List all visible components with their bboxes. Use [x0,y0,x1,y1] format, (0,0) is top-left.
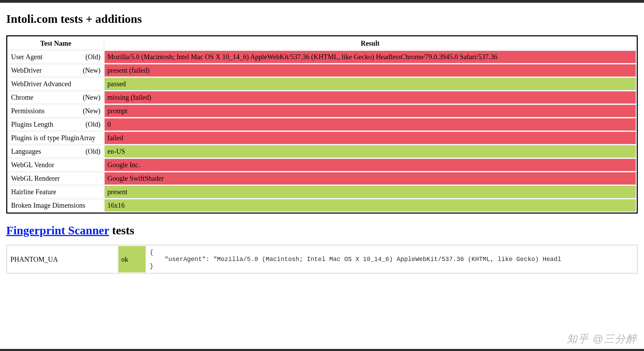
test-name: WebDriver Advanced [11,80,71,88]
fingerprint-tests-table: PHANTOM_UAok{ "userAgent": "Mozilla/5.0 … [6,245,638,274]
table-row: User Agent(Old)Mozilla/5.0 (Macintosh; I… [8,51,636,63]
test-name-cell: WebGL Renderer [8,172,104,185]
test-name: User Agent [11,53,43,61]
fp-data-cell: { "userAgent": "Mozilla/5.0 (Macintosh; … [147,246,637,273]
col-header-name: Test Name [8,37,104,50]
page-title: Intoli.com tests + additions [6,12,638,26]
test-tag: (Old) [86,147,100,155]
page: Intoli.com tests + additions Test Name R… [0,3,644,349]
test-result-cell: present (failed) [104,64,636,77]
test-name: Chrome [11,93,33,101]
table-row: Languages(Old)en-US [8,145,636,158]
fp-test-name: PHANTOM_UA [7,246,117,273]
intoli-tests-table: Test Name Result User Agent(Old)Mozilla/… [6,35,638,214]
table-row: Permissions(New)prompt [8,105,636,117]
test-name: Broken Image Dimensions [11,201,85,209]
table-row: Plugins is of type PluginArrayfailed [8,132,636,144]
test-result-cell: 0 [104,118,636,131]
test-result-cell: passed [104,78,636,90]
test-name-cell: Languages(Old) [8,145,104,158]
table-row: Chrome(New)missing (failed) [8,91,636,104]
test-name: WebGL Vendor [11,161,54,169]
test-result-cell: Google Inc. [104,159,636,171]
test-name: Permissions [11,107,45,115]
fp-status-cell: ok [118,246,146,273]
table-row: Broken Image Dimensions16x16 [8,199,636,212]
test-tag: (New) [83,107,100,115]
table-row: PHANTOM_UAok{ "userAgent": "Mozilla/5.0 … [7,246,637,273]
table-row: WebDriver(New)present (failed) [8,64,636,77]
test-result-cell: en-US [104,145,636,158]
test-name: Hairline Feature [11,188,56,196]
table-row: Hairline Featurepresent [8,186,636,198]
test-result-cell: Google SwiftShader [104,172,636,185]
test-name: WebDriver [11,66,42,74]
test-name-cell: Chrome(New) [8,91,104,104]
test-result-cell: prompt [104,105,636,117]
table-header-row: Test Name Result [8,37,636,50]
test-result-cell: Mozilla/5.0 (Macintosh; Intel Mac OS X 1… [104,51,636,63]
table-row: WebGL VendorGoogle Inc. [8,159,636,171]
test-name: Languages [11,147,41,155]
test-name-cell: Hairline Feature [8,186,104,198]
test-result-cell: 16x16 [104,199,636,212]
test-name-cell: Permissions(New) [8,105,104,117]
test-tag: (New) [83,93,100,101]
test-name-cell: WebDriver(New) [8,64,104,77]
table-row: WebDriver Advancedpassed [8,78,636,90]
test-name: WebGL Renderer [11,174,60,182]
test-name-cell: Broken Image Dimensions [8,199,104,212]
table-row: Plugins Length(Old)0 [8,118,636,131]
test-result-cell: missing (failed) [104,91,636,104]
test-name-cell: Plugins is of type PluginArray [8,132,104,144]
test-result-cell: present [104,186,636,198]
test-tag: (New) [83,66,100,74]
table-row: WebGL RendererGoogle SwiftShader [8,172,636,185]
test-name-cell: WebDriver Advanced [8,78,104,90]
fingerprint-scanner-link[interactable]: Fingerprint Scanner [6,224,109,237]
col-header-result: Result [104,37,636,50]
test-result-cell: failed [104,132,636,144]
test-name-cell: User Agent(Old) [8,51,104,63]
test-tag: (Old) [86,53,100,61]
test-name-cell: WebGL Vendor [8,159,104,171]
section-title-rest: tests [109,224,134,237]
test-name: Plugins Length [11,120,53,128]
test-tag: (Old) [86,120,100,128]
test-name-cell: Plugins Length(Old) [8,118,104,131]
section-title-fingerprint: Fingerprint Scanner tests [6,224,638,237]
test-name: Plugins is of type PluginArray [11,134,95,142]
